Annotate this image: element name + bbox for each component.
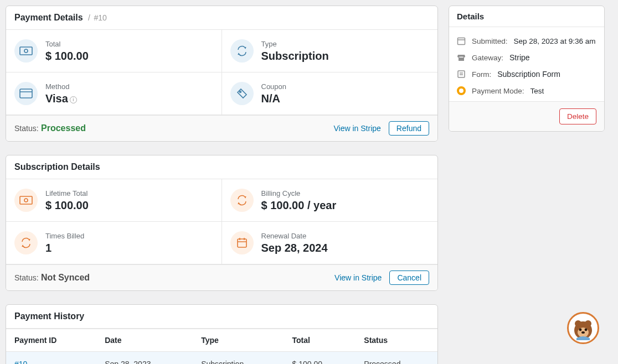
- col-date: Date: [96, 329, 193, 352]
- refresh-icon: [14, 231, 38, 254]
- payment-status-value: Processed: [41, 123, 86, 133]
- times-cell: Times Billed 1: [6, 222, 222, 264]
- sidebar-footer: Delete: [449, 101, 604, 131]
- coupon-value: N/A: [261, 92, 287, 105]
- submitted-row: Submitted: Sep 28, 2023 at 9:36 am: [457, 33, 596, 49]
- svg-rect-13: [458, 71, 465, 77]
- mode-value: Test: [531, 87, 544, 95]
- renewal-value: Sep 28, 2024: [261, 241, 328, 254]
- subscription-header: Subscription Details: [6, 155, 437, 179]
- coupon-label: Coupon: [261, 82, 287, 91]
- svg-point-1: [24, 49, 28, 53]
- svg-point-4: [239, 91, 241, 93]
- renewal-cell: Renewal Date Sep 28, 2024: [222, 222, 438, 264]
- subscription-title: Subscription Details: [14, 162, 100, 171]
- cash-icon: [14, 189, 38, 212]
- payment-summary-grid: Total $ 100.00 Type Subscription Met: [6, 30, 437, 115]
- store-icon: [457, 53, 467, 62]
- history-header: Payment History: [6, 305, 437, 329]
- subscription-details-card: Subscription Details Lifetime Total $ 10…: [6, 155, 438, 291]
- col-id: Payment ID: [6, 329, 96, 352]
- cash-icon: [14, 39, 38, 63]
- total-label: Total: [45, 40, 89, 48]
- submitted-label: Submitted:: [472, 37, 508, 45]
- history-total: $ 100.00: [284, 352, 356, 365]
- col-type: Type: [193, 329, 284, 352]
- subscription-footer: Status: Not Synced View in Stripe Cancel: [6, 264, 437, 290]
- form-link[interactable]: Subscription Form: [497, 70, 560, 79]
- total-cell: Total $ 100.00: [6, 30, 222, 72]
- history-table: Payment ID Date Type Total Status #10 Se…: [6, 329, 437, 364]
- total-value: $ 100.00: [45, 49, 89, 63]
- coupon-cell: Coupon N/A: [222, 72, 438, 115]
- lifetime-cell: Lifetime Total $ 100.00: [6, 179, 222, 222]
- method-label: Method: [45, 82, 77, 91]
- calendar-icon: [230, 231, 254, 254]
- payment-details-title: Payment Details: [14, 13, 83, 22]
- subscription-status-value: Not Synced: [41, 273, 90, 282]
- col-total: Total: [284, 329, 356, 352]
- gateway-link[interactable]: Stripe: [509, 53, 530, 62]
- history-id-link[interactable]: #10: [14, 360, 27, 364]
- type-cell: Type Subscription: [222, 30, 438, 72]
- subscription-status-label: Status:: [14, 273, 39, 282]
- svg-rect-7: [238, 239, 246, 247]
- calendar-icon: [457, 37, 467, 45]
- history-type: Subscription: [193, 352, 284, 365]
- breadcrumb-separator: /: [88, 13, 90, 22]
- form-label: Form:: [472, 70, 491, 79]
- delete-button[interactable]: Delete: [559, 108, 596, 124]
- svg-point-18: [585, 320, 591, 327]
- history-date: Sep 28, 2023: [96, 352, 193, 365]
- history-header-row: Payment ID Date Type Total Status: [6, 329, 437, 352]
- times-value: 1: [45, 241, 84, 254]
- mode-icon: [457, 86, 467, 95]
- table-row[interactable]: #10 Sep 28, 2023 Subscription $ 100.00 P…: [6, 352, 437, 365]
- method-cell: Method Visai: [6, 72, 222, 115]
- gateway-label: Gateway:: [472, 54, 503, 62]
- history-status: Processed: [356, 352, 437, 365]
- form-row: Form: Subscription Form: [457, 66, 596, 82]
- history-title: Payment History: [14, 311, 84, 321]
- view-in-stripe-link[interactable]: View in Stripe: [334, 124, 381, 133]
- form-icon: [457, 70, 467, 79]
- view-in-stripe-link[interactable]: View in Stripe: [334, 273, 382, 282]
- mode-label: Payment Mode:: [472, 87, 524, 95]
- payment-details-header: Payment Details / #10: [6, 6, 437, 30]
- payment-footer: Status: Processed View in Stripe Refund: [6, 115, 437, 141]
- svg-point-17: [575, 320, 581, 327]
- billing-cell: Billing Cycle $ 100.00 / year: [222, 179, 438, 222]
- refresh-icon: [230, 39, 254, 63]
- method-value: Visai: [45, 92, 77, 105]
- payment-status-label: Status:: [14, 124, 39, 133]
- payment-details-card: Payment Details / #10 Total $ 100.00 Ty: [6, 6, 438, 142]
- svg-rect-0: [20, 47, 32, 55]
- refresh-icon: [230, 189, 254, 212]
- svg-point-6: [24, 199, 28, 202]
- payment-id-crumb: #10: [94, 13, 106, 22]
- gateway-row: Gateway: Stripe: [457, 49, 596, 66]
- lifetime-value: $ 100.00: [45, 199, 89, 212]
- lifetime-label: Lifetime Total: [45, 189, 89, 197]
- col-status: Status: [356, 329, 437, 352]
- svg-rect-11: [458, 38, 465, 45]
- svg-rect-2: [20, 89, 32, 98]
- help-avatar-button[interactable]: [567, 312, 599, 344]
- info-icon[interactable]: i: [70, 96, 77, 103]
- svg-point-21: [585, 329, 588, 331]
- cancel-subscription-button[interactable]: Cancel: [389, 271, 429, 285]
- billing-value: $ 100.00 / year: [261, 199, 337, 212]
- refund-button[interactable]: Refund: [389, 121, 429, 136]
- type-label: Type: [261, 40, 329, 48]
- mode-row: Payment Mode: Test: [457, 82, 596, 99]
- renewal-label: Renewal Date: [261, 232, 328, 240]
- method-value-text: Visa: [45, 92, 68, 105]
- payment-history-card: Payment History Payment ID Date Type Tot…: [6, 304, 438, 364]
- svg-point-22: [581, 331, 585, 334]
- subscription-grid: Lifetime Total $ 100.00 Billing Cycle $ …: [6, 179, 437, 264]
- sidebar-title: Details: [449, 6, 604, 27]
- type-value: Subscription: [261, 49, 329, 63]
- billing-label: Billing Cycle: [261, 189, 337, 197]
- card-icon: [14, 82, 38, 105]
- tag-icon: [230, 82, 254, 105]
